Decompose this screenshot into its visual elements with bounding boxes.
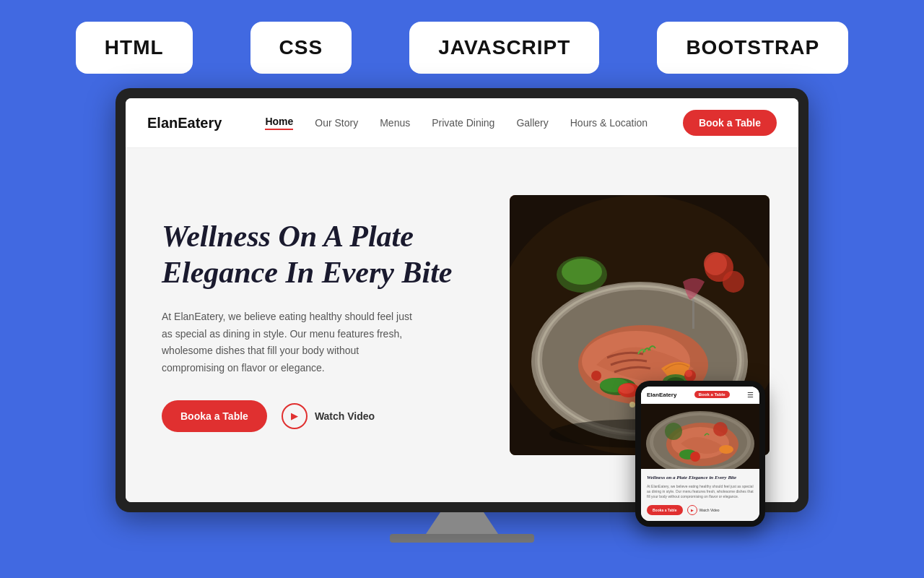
phone-hamburger-icon: ☰ — [747, 391, 754, 399]
hero-watch-video-button[interactable]: ▶ Watch Video — [282, 403, 375, 429]
svg-point-37 — [690, 452, 700, 462]
nav-links: Home Our Story Menus Private Dining Gall… — [265, 116, 683, 130]
badge-css: CSS — [250, 22, 352, 74]
phone-desc: At ElanEatery, we believe eating healthy… — [647, 484, 754, 499]
svg-point-34 — [665, 423, 682, 440]
svg-point-15 — [685, 370, 692, 377]
phone-content: Wellness on a Plate Elegance in Every Bi… — [641, 469, 759, 521]
nav-book-button[interactable]: Book a Table — [683, 110, 777, 136]
svg-point-13 — [619, 384, 635, 394]
phone-mockup: ElanEatery Book a Table ☰ — [635, 381, 765, 527]
svg-rect-20 — [692, 300, 694, 329]
phone-play-icon: ▶ — [687, 505, 697, 515]
monitor-stand — [426, 512, 498, 534]
nav-home[interactable]: Home — [265, 116, 293, 130]
nav-our-story[interactable]: Our Story — [315, 117, 358, 129]
svg-point-25 — [562, 259, 602, 285]
svg-point-22 — [704, 252, 727, 275]
hero-buttons: Booka a Table ▶ Watch Video — [162, 400, 466, 432]
phone-navbar: ElanEatery Book a Table ☰ — [641, 387, 759, 404]
nav-private-dining[interactable]: Private Dining — [432, 117, 494, 129]
nav-gallery[interactable]: Gallery — [516, 117, 548, 129]
svg-point-33 — [713, 422, 728, 436]
phone-book-button: Book a Table — [694, 391, 730, 398]
monitor-base — [390, 534, 534, 543]
badges-row: HTML CSS JAVASCRIPT BOOTSTRAP — [0, 0, 924, 88]
badge-bootstrap: BOOTSTRAP — [657, 22, 848, 74]
monitor-wrapper: ElanEatery Home Our Story Menus Private … — [0, 88, 924, 543]
hero-left: Wellness on a Plate Elegance in Every Bi… — [162, 218, 481, 432]
nav-hours-location[interactable]: Hours & Location — [570, 117, 648, 129]
hero-title: Wellness on a Plate Elegance in Every Bi… — [162, 218, 466, 291]
play-icon: ▶ — [282, 403, 308, 429]
hero-description: At ElanEatery, we believe eating healthy… — [162, 309, 422, 377]
phone-hero-image — [641, 404, 759, 469]
brand-logo: ElanEatery — [147, 115, 222, 131]
phone-brand: ElanEatery — [647, 392, 676, 398]
phone-buttons: Booka a Table ▶ Watch Video — [647, 505, 754, 515]
phone-watch-btn: ▶ Watch Video — [687, 505, 720, 515]
monitor: ElanEatery Home Our Story Menus Private … — [116, 88, 808, 512]
navbar: ElanEatery Home Our Story Menus Private … — [126, 98, 798, 148]
phone-title: Wellness on a Plate Elegance in Every Bi… — [647, 475, 754, 481]
badge-javascript: JAVASCRIPT — [409, 22, 599, 74]
svg-point-16 — [591, 371, 601, 381]
phone-book-table-btn: Booka a Table — [647, 505, 683, 515]
phone-screen: ElanEatery Book a Table ☰ — [641, 387, 759, 521]
nav-menus[interactable]: Menus — [380, 117, 410, 129]
hero-book-table-button[interactable]: Booka a Table — [162, 400, 267, 432]
svg-point-23 — [723, 271, 744, 293]
badge-html: HTML — [76, 22, 193, 74]
svg-point-35 — [719, 445, 733, 454]
svg-point-17 — [629, 402, 635, 407]
